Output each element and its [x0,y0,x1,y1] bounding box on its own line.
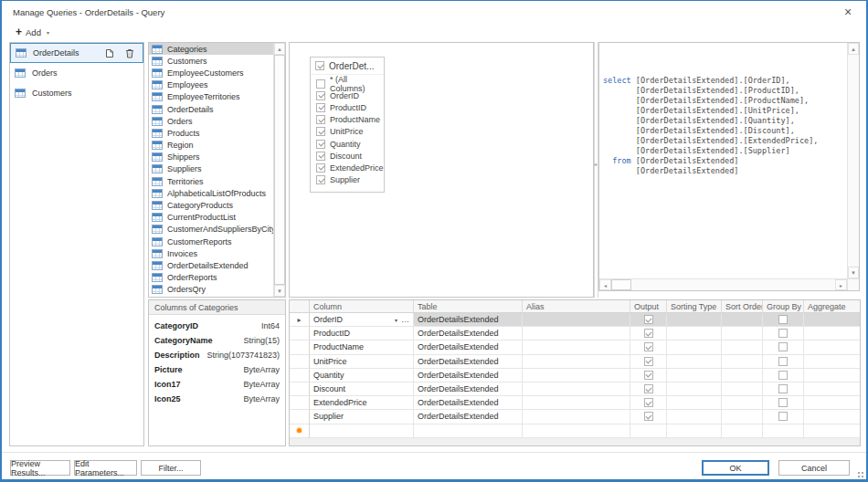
output-checkbox[interactable] [644,357,653,366]
cell-output[interactable] [630,424,667,438]
cell-sort-order[interactable] [722,313,763,327]
cell-sort-order[interactable] [722,327,763,341]
query-list-item[interactable]: OrderDetails [10,43,143,63]
table-node-orderdetailsextended[interactable]: OrderDet... * (All Columns) OrderID Prod… [310,57,385,193]
ok-button[interactable]: OK [702,460,769,476]
cell-sorting-type[interactable] [667,382,722,396]
cell-alias[interactable] [523,369,630,382]
cell-group-by[interactable] [763,424,804,438]
node-column-item[interactable]: ProductName [311,114,384,126]
cell-column[interactable]: ExtendedPrice [310,396,414,410]
table-list-item[interactable]: Invoices [149,247,273,259]
group-by-checkbox[interactable] [778,412,788,421]
cell-sort-order[interactable] [722,424,763,438]
table-list-item[interactable]: Territories [149,175,273,187]
cell-output[interactable] [630,355,667,369]
node-column-item[interactable]: UnitPrice [311,126,384,138]
cell-output[interactable] [630,313,667,327]
cell-group-by[interactable] [763,327,804,341]
cell-group-by[interactable] [763,313,804,327]
cell-output[interactable] [630,341,667,354]
cell-output[interactable] [630,396,667,410]
table-list-item[interactable]: Products [149,127,273,139]
group-by-checkbox[interactable] [778,342,788,351]
cell-output[interactable] [630,382,667,396]
output-checkbox[interactable] [644,384,653,393]
grid-row[interactable]: Quantity OrderDetailsExtended [290,369,860,382]
table-list-item[interactable]: CustomerReports [149,236,273,247]
grid-row[interactable]: Discount OrderDetailsExtended [290,382,860,396]
table-list-item[interactable]: Orders [149,115,273,127]
group-by-checkbox[interactable] [778,398,788,407]
table-list-item[interactable]: Region [149,140,273,152]
delete-query-icon[interactable] [125,48,134,58]
cell-table[interactable]: OrderDetailsExtended [414,341,523,354]
table-list-item[interactable]: Suppliers [149,163,273,175]
ellipsis-button[interactable]: … [401,315,410,324]
output-checkbox[interactable] [644,342,653,351]
copy-query-icon[interactable] [105,48,114,58]
grid-header-output[interactable]: Output [630,300,667,312]
scrollbar-track[interactable] [631,279,835,290]
cell-table[interactable]: OrderDetailsExtended [414,355,523,369]
group-by-checkbox[interactable] [778,357,788,366]
cell-table[interactable]: OrderDetailsExtended [414,410,523,424]
cell-group-by[interactable] [763,410,804,424]
cell-output[interactable] [630,327,667,341]
column-checkbox[interactable] [316,152,325,161]
cell-aggregate[interactable] [804,355,860,369]
add-query-button[interactable]: + Add ▾ [11,26,54,39]
column-checkbox[interactable] [316,115,325,124]
cell-table[interactable]: OrderDetailsExtended [414,382,523,396]
cell-sorting-type[interactable] [667,341,722,354]
collapse-left-icon[interactable]: ◂ [594,161,597,167]
group-by-checkbox[interactable] [778,384,788,393]
output-checkbox[interactable] [644,371,653,380]
cell-table[interactable]: OrderDetailsExtended [414,313,523,327]
grid-header-table[interactable]: Table [414,300,523,312]
cell-aggregate[interactable] [804,396,860,410]
cell-sorting-type[interactable] [667,327,722,341]
group-by-checkbox[interactable] [778,371,788,380]
scroll-up-icon[interactable]: ▲ [848,43,859,55]
scroll-down-icon[interactable]: ▼ [848,267,859,278]
cell-column[interactable]: OrderID ▾ … [310,313,414,327]
cell-sorting-type[interactable] [667,410,722,424]
cell-group-by[interactable] [763,369,804,382]
scroll-right-icon[interactable]: ▸ [835,279,847,290]
scroll-down-icon[interactable]: ▼ [274,285,285,297]
cell-aggregate[interactable] [804,341,860,354]
grid-header-sorting-type[interactable]: Sorting Type [667,300,722,312]
grid-row[interactable]: ProductName OrderDetailsExtended [290,341,860,354]
cell-sorting-type[interactable] [667,355,722,369]
cell-sort-order[interactable] [722,355,763,369]
table-list-item[interactable]: Employees [149,79,273,91]
cell-group-by[interactable] [763,355,804,369]
cell-sorting-type[interactable] [667,369,722,382]
cell-column[interactable] [310,424,414,438]
cell-sort-order[interactable] [722,382,763,396]
table-list-item[interactable]: Categories [149,43,273,55]
grid-row[interactable] [290,424,860,438]
cell-aggregate[interactable] [804,369,860,382]
column-checkbox[interactable] [316,163,325,173]
node-column-item[interactable]: ExtendedPrice [311,162,384,173]
query-diagram-panel[interactable]: OrderDet... * (All Columns) OrderID Prod… [289,42,594,298]
grid-row[interactable]: UnitPrice OrderDetailsExtended [290,355,860,369]
grid-header-aggregate[interactable]: Aggregate [804,300,860,312]
close-icon[interactable]: × [841,5,855,18]
grid-header-group-by[interactable]: Group By [763,300,804,312]
cancel-button[interactable]: Cancel [778,460,850,476]
column-checkbox[interactable] [316,175,325,184]
dropdown-caret-icon[interactable]: ▾ [395,317,397,323]
grid-header-sort-order[interactable]: Sort Order [722,300,763,312]
cell-alias[interactable] [523,327,630,341]
cell-column[interactable]: UnitPrice [310,355,414,369]
column-checkbox[interactable] [316,127,325,136]
table-list-item[interactable]: OrderDetails [149,103,273,115]
table-list-item[interactable]: EmployeeCustomers [149,67,273,79]
table-list-item[interactable]: Shippers [149,152,273,163]
cell-table[interactable]: OrderDetailsExtended [414,396,523,410]
query-list-item[interactable]: Customers [10,83,143,103]
table-node-checkbox[interactable] [315,61,324,70]
